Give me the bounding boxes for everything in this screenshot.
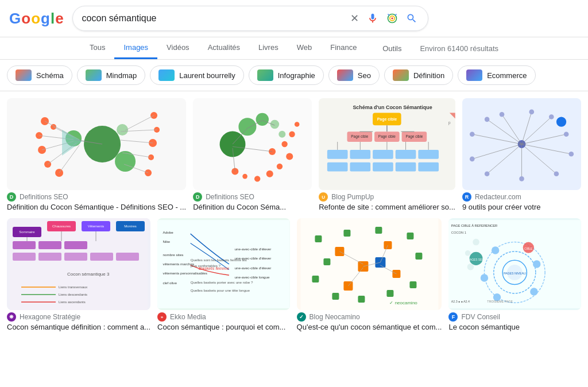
tab-finance[interactable]: Finance bbox=[321, 37, 366, 59]
source-row-3: U Blog PumpUp bbox=[319, 192, 455, 202]
svg-text:clef olive: clef olive bbox=[163, 281, 177, 285]
chip-label-ecommerce: Ecommerce bbox=[487, 71, 527, 80]
svg-rect-76 bbox=[396, 162, 416, 172]
logo-g2: g bbox=[41, 10, 49, 28]
svg-point-35 bbox=[220, 131, 246, 157]
svg-point-49 bbox=[231, 168, 238, 175]
svg-text:Schéma d'un Cocon Sémantique: Schéma d'un Cocon Sémantique bbox=[353, 105, 432, 110]
chip-thumb-laurent bbox=[158, 69, 175, 81]
search-input[interactable]: cocon sémantique bbox=[82, 13, 343, 24]
lens-button[interactable] bbox=[385, 11, 399, 25]
svg-text:Quelles baskets pour une tête : Quelles baskets pour une tête longue bbox=[191, 288, 250, 292]
source-icon-4: R bbox=[462, 192, 471, 202]
logo-o2: o bbox=[31, 10, 40, 28]
svg-rect-170 bbox=[343, 230, 350, 237]
image-row-1: D Definitions SEO Définition du Cocon Sé… bbox=[7, 98, 581, 211]
svg-point-100 bbox=[529, 110, 534, 115]
chip-thumb-ecommerce bbox=[466, 69, 482, 81]
image-card-1[interactable]: D Definitions SEO Définition du Cocon Sé… bbox=[7, 98, 186, 211]
tab-videos[interactable]: Vidéos bbox=[157, 37, 199, 59]
image-card-2[interactable]: D Definitions SEO Définition du Cocon Sé… bbox=[193, 98, 312, 211]
svg-point-101 bbox=[549, 114, 554, 119]
svg-point-42 bbox=[289, 131, 295, 137]
svg-line-4 bbox=[395, 14, 397, 16]
svg-text:Page cible: Page cible bbox=[377, 117, 397, 122]
svg-rect-69 bbox=[350, 150, 371, 159]
chip-laurent[interactable]: Laurent bourrelly bbox=[150, 65, 244, 85]
chip-label-definition: Définition bbox=[413, 71, 444, 80]
image-card-5[interactable]: Sommaire Chaussures Vêtements Montres bbox=[7, 218, 150, 331]
svg-text:PAGES SEO: PAGES SEO bbox=[469, 258, 485, 261]
tab-images[interactable]: Images bbox=[114, 37, 157, 59]
image-card-7[interactable]: ✓ neocamino ✓ Blog Neocamino Qu'est-ce q… bbox=[297, 218, 442, 331]
svg-point-189 bbox=[531, 288, 538, 295]
svg-rect-74 bbox=[350, 162, 371, 172]
source-icon-1: D bbox=[7, 192, 16, 202]
source-row-8: F FDV Conseil bbox=[448, 312, 581, 322]
svg-point-43 bbox=[295, 122, 300, 127]
chip-infographie[interactable]: Infographie bbox=[249, 65, 324, 85]
chip-ecommerce[interactable]: Ecommerce bbox=[458, 65, 535, 85]
chip-definition[interactable]: Définition bbox=[384, 65, 453, 85]
voice-search-button[interactable] bbox=[366, 11, 380, 25]
svg-rect-119 bbox=[13, 241, 36, 249]
image-card-8[interactable]: PAGE CIBLE À REFERENCER COCON 1 PAGES NI… bbox=[448, 218, 581, 331]
svg-text:p: p bbox=[448, 121, 451, 125]
lens-icon bbox=[386, 13, 398, 24]
image-6: Adobe Nike nombre sites vêtements marche… bbox=[157, 218, 290, 310]
svg-text:Cocon sémantique 3: Cocon sémantique 3 bbox=[67, 272, 110, 277]
svg-text:A2.3 ● ● A2.4: A2.3 ● ● A2.4 bbox=[451, 300, 470, 303]
source-name-5: Hexagone Stratégie bbox=[20, 313, 80, 321]
svg-text:vêtements marches: vêtements marches bbox=[163, 262, 194, 266]
svg-text:Liens ascendants: Liens ascendants bbox=[59, 300, 86, 304]
chip-schema[interactable]: Schéma bbox=[7, 65, 72, 85]
chip-label-infographie: Infographie bbox=[278, 71, 315, 80]
svg-point-188 bbox=[533, 260, 540, 268]
search-button[interactable] bbox=[405, 11, 419, 25]
search-bar[interactable]: cocon sémantique ✕ bbox=[72, 6, 428, 31]
image-card-3[interactable]: Schéma d'un Cocon Sémantique Page cible … bbox=[319, 98, 455, 211]
svg-point-36 bbox=[239, 118, 257, 136]
image-card-4[interactable]: R Redacteur.com 9 outils pour créer votr… bbox=[462, 98, 581, 211]
svg-rect-165 bbox=[386, 290, 393, 297]
svg-rect-122 bbox=[13, 253, 36, 261]
svg-text:plus confortables ?: plus confortables ? bbox=[191, 264, 221, 268]
source-name-1: Definitions SEO bbox=[20, 193, 68, 201]
svg-point-103 bbox=[568, 152, 574, 157]
microphone-icon bbox=[367, 13, 378, 24]
image-card-6[interactable]: Adobe Nike nombre sites vêtements marche… bbox=[157, 218, 290, 331]
tab-tous[interactable]: Tous bbox=[80, 37, 114, 59]
chip-seo[interactable]: Seo bbox=[328, 65, 380, 85]
tab-web[interactable]: Web bbox=[288, 37, 322, 59]
tools-button[interactable]: Outils bbox=[373, 38, 411, 59]
svg-point-102 bbox=[564, 131, 569, 137]
svg-text:vêtements personnalisables: vêtements personnalisables bbox=[163, 271, 207, 275]
svg-rect-72 bbox=[419, 150, 439, 159]
source-icon-3: U bbox=[319, 192, 328, 202]
svg-rect-166 bbox=[409, 281, 416, 288]
svg-point-109 bbox=[556, 117, 566, 127]
tree-diagram-5: Sommaire Chaussures Vêtements Montres bbox=[7, 218, 150, 310]
svg-rect-160 bbox=[315, 235, 322, 242]
tab-livres[interactable]: Livres bbox=[249, 37, 288, 59]
image-2 bbox=[193, 98, 312, 190]
svg-rect-177 bbox=[448, 220, 581, 308]
chip-thumb-seo bbox=[337, 69, 353, 81]
svg-text:Chaussures: Chaussures bbox=[52, 225, 71, 228]
chip-mindmap[interactable]: Mindmap bbox=[77, 65, 145, 85]
search-icon bbox=[406, 13, 417, 24]
google-logo[interactable]: Google bbox=[9, 10, 63, 28]
results-count: Environ 61400 résultats bbox=[411, 38, 508, 59]
circles-diagram-8: PAGE CIBLE À REFERENCER COCON 1 PAGES NI… bbox=[448, 218, 581, 310]
svg-line-3 bbox=[388, 14, 389, 16]
svg-point-41 bbox=[282, 141, 288, 147]
tab-actualites[interactable]: Actualités bbox=[199, 37, 249, 59]
svg-rect-163 bbox=[332, 293, 339, 300]
svg-text:Page cible: Page cible bbox=[378, 134, 396, 139]
svg-text:Liens transversaux: Liens transversaux bbox=[59, 285, 87, 289]
svg-text:PAGES NIVEAU: PAGES NIVEAU bbox=[504, 272, 526, 275]
source-icon-5: ❋ bbox=[7, 312, 16, 322]
svg-rect-169 bbox=[375, 227, 382, 234]
source-name-2: Definitions SEO bbox=[206, 193, 254, 201]
clear-button[interactable]: ✕ bbox=[349, 11, 360, 26]
